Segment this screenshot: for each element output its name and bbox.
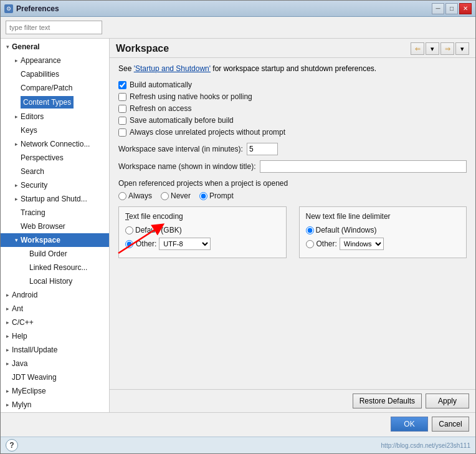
sidebar-item-web-browser[interactable]: Web Browser xyxy=(1,220,109,233)
sidebar-item-ant[interactable]: Ant xyxy=(1,302,109,316)
sidebar-item-label: JDT Weaving xyxy=(12,372,57,383)
save-before-build-checkbox[interactable] xyxy=(118,117,126,125)
save-interval-input[interactable] xyxy=(247,143,278,155)
sidebar-item-general[interactable]: General xyxy=(1,40,109,54)
enc-other-radio[interactable] xyxy=(125,240,133,248)
startup-text-post: for workspace startup and shutdown prefe… xyxy=(211,64,376,73)
maximize-button[interactable]: □ xyxy=(445,3,458,14)
sidebar-item-linked-resources[interactable]: Linked Resourc... xyxy=(1,261,109,274)
always-radio[interactable] xyxy=(118,192,126,200)
sidebar-item-label: Tracing xyxy=(21,207,45,218)
sidebar-tree: General Appearance Capabilities Compare/… xyxy=(1,39,110,412)
expand-icon xyxy=(3,332,12,340)
sidebar-item-perspectives[interactable]: Perspectives xyxy=(1,151,109,165)
sidebar-item-security[interactable]: Security xyxy=(1,178,109,192)
sidebar-item-appearance[interactable]: Appearance xyxy=(1,54,109,67)
expand-icon xyxy=(12,167,21,176)
nav-back-button[interactable]: ⇐ xyxy=(411,42,424,55)
expand-icon xyxy=(12,98,21,107)
expand-icon xyxy=(3,345,12,354)
sidebar-item-label: Linked Resourc... xyxy=(29,262,87,273)
sidebar-item-content-types[interactable]: Content Types xyxy=(1,95,109,110)
refresh-access-label: Refresh on access xyxy=(130,104,191,113)
sidebar-item-label: Compare/Patch xyxy=(21,82,72,94)
sidebar-item-capabilities[interactable]: Capabilities xyxy=(1,67,109,81)
open-referenced-label: Open referenced projects when a project … xyxy=(118,179,467,188)
encoding-box: Text file encoding Default (GBK) Other: … xyxy=(118,206,287,258)
sidebar-item-myeclipse[interactable]: MyEclipse xyxy=(1,384,109,398)
sidebar-item-label: Network Connectio... xyxy=(21,138,90,150)
search-bar xyxy=(1,17,475,39)
sidebar-item-install-update[interactable]: Install/Update xyxy=(1,343,109,357)
sidebar-item-label: Android xyxy=(12,289,37,301)
nl-other-radio[interactable] xyxy=(306,240,314,248)
sidebar-item-keys[interactable]: Keys xyxy=(1,123,109,137)
sidebar-item-mylyn[interactable]: Mylyn xyxy=(1,398,109,412)
nl-default-radio[interactable] xyxy=(306,226,314,234)
prompt-radio[interactable] xyxy=(199,192,207,200)
panel-content: See 'Startup and Shutdown' for workspace… xyxy=(110,58,475,389)
minimize-button[interactable]: ─ xyxy=(432,3,444,14)
sidebar-item-tracing[interactable]: Tracing xyxy=(1,206,109,220)
expand-icon xyxy=(12,84,21,92)
help-button[interactable]: ? xyxy=(6,439,18,452)
sidebar-item-search[interactable]: Search xyxy=(1,165,109,178)
filter-input[interactable] xyxy=(6,21,102,34)
sidebar-item-build-order[interactable]: Build Order xyxy=(1,247,109,261)
sidebar-item-local-history[interactable]: Local History xyxy=(1,274,109,288)
sidebar-item-label: Build Order xyxy=(29,248,67,259)
enc-dropdown[interactable]: UTF-8 GBK ISO-8859-1 UTF-16 xyxy=(159,238,211,250)
sidebar-item-label: Ant xyxy=(12,303,23,314)
sidebar-item-cpp[interactable]: C/C++ xyxy=(1,316,109,329)
sidebar-item-label: Workspace xyxy=(21,234,60,246)
enc-default-row: Default (GBK) xyxy=(125,226,280,234)
apply-button[interactable]: Apply xyxy=(426,394,469,408)
nav-forward-button[interactable]: ⇒ xyxy=(440,42,454,55)
sidebar-item-label: Web Browser xyxy=(21,221,65,232)
sidebar-item-help[interactable]: Help xyxy=(1,329,109,343)
nav-back-dropdown[interactable]: ▾ xyxy=(426,42,439,55)
startup-link[interactable]: 'Startup and Shutdown' xyxy=(134,64,211,73)
main-split: General Appearance Capabilities Compare/… xyxy=(1,39,475,412)
restore-defaults-button[interactable]: Restore Defaults xyxy=(353,394,422,408)
sidebar-item-jdt-weaving[interactable]: JDT Weaving xyxy=(1,370,109,384)
sidebar-item-editors[interactable]: Editors xyxy=(1,110,109,123)
ok-button[interactable]: OK xyxy=(391,417,428,432)
sidebar-item-label: C/C++ xyxy=(12,317,34,328)
sidebar-item-label: Local History xyxy=(29,276,72,287)
sidebar-item-label: Content Types xyxy=(21,96,74,109)
startup-text-pre: See xyxy=(118,64,134,73)
expand-icon xyxy=(3,359,12,368)
cancel-button[interactable]: Cancel xyxy=(432,417,469,432)
refresh-native-checkbox[interactable] xyxy=(118,93,126,101)
expand-icon xyxy=(3,400,12,409)
newline-title: New text file line delimiter xyxy=(306,212,460,221)
refresh-access-checkbox[interactable] xyxy=(118,105,126,113)
expand-icon xyxy=(3,304,12,313)
expand-icon xyxy=(3,373,12,382)
sidebar-item-label: Appearance xyxy=(21,55,61,66)
never-radio[interactable] xyxy=(161,192,169,200)
sidebar-item-java[interactable]: Java xyxy=(1,357,109,370)
nl-dropdown[interactable]: Windows Unix Mac xyxy=(340,238,384,250)
sidebar-item-compare-patch[interactable]: Compare/Patch xyxy=(1,81,109,95)
workspace-name-input[interactable] xyxy=(260,160,467,173)
sidebar-item-workspace[interactable]: Workspace xyxy=(1,233,109,247)
close-unrelated-checkbox[interactable] xyxy=(118,128,126,137)
newline-box: New text file line delimiter Default (Wi… xyxy=(299,206,467,258)
save-before-build-label: Save automatically before build xyxy=(130,116,234,125)
expand-icon xyxy=(21,263,29,272)
save-interval-label: Workspace save interval (in minutes): xyxy=(118,145,243,153)
sidebar-item-label: Capabilities xyxy=(21,69,59,80)
sidebar-item-network[interactable]: Network Connectio... xyxy=(1,137,109,151)
expand-icon xyxy=(3,42,12,51)
sidebar-item-startup[interactable]: Startup and Shutd... xyxy=(1,192,109,206)
nav-buttons: ⇐ ▾ ⇒ ▾ xyxy=(411,42,469,55)
build-auto-checkbox[interactable] xyxy=(118,81,126,89)
workspace-name-row: Workspace name (shown in window title): xyxy=(118,160,467,173)
nav-forward-dropdown[interactable]: ▾ xyxy=(455,42,469,55)
close-button[interactable]: ✕ xyxy=(459,3,472,14)
sidebar-item-android[interactable]: Android xyxy=(1,288,109,302)
expand-icon xyxy=(12,236,21,244)
enc-default-radio[interactable] xyxy=(125,226,133,234)
